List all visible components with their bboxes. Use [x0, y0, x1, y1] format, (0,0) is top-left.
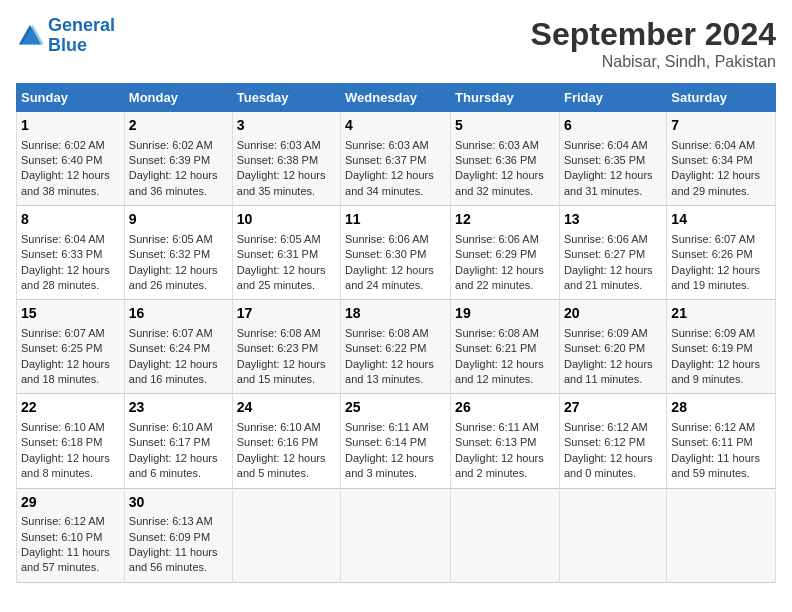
day-cell: 19Sunrise: 6:08 AMSunset: 6:21 PMDayligh…	[451, 300, 560, 394]
day-number: 20	[564, 304, 662, 324]
day-number: 14	[671, 210, 771, 230]
day-cell: 12Sunrise: 6:06 AMSunset: 6:29 PMDayligh…	[451, 206, 560, 300]
week-row-3: 15Sunrise: 6:07 AMSunset: 6:25 PMDayligh…	[17, 300, 776, 394]
day-cell: 1Sunrise: 6:02 AMSunset: 6:40 PMDaylight…	[17, 112, 125, 206]
day-cell	[232, 488, 340, 582]
day-cell: 27Sunrise: 6:12 AMSunset: 6:12 PMDayligh…	[559, 394, 666, 488]
day-number: 22	[21, 398, 120, 418]
day-info: Sunrise: 6:12 AMSunset: 6:12 PMDaylight:…	[564, 421, 653, 479]
calendar-table: SundayMondayTuesdayWednesdayThursdayFrid…	[16, 83, 776, 583]
day-cell: 22Sunrise: 6:10 AMSunset: 6:18 PMDayligh…	[17, 394, 125, 488]
day-info: Sunrise: 6:03 AMSunset: 6:36 PMDaylight:…	[455, 139, 544, 197]
day-cell: 14Sunrise: 6:07 AMSunset: 6:26 PMDayligh…	[667, 206, 776, 300]
day-cell: 3Sunrise: 6:03 AMSunset: 6:38 PMDaylight…	[232, 112, 340, 206]
day-number: 9	[129, 210, 228, 230]
day-info: Sunrise: 6:03 AMSunset: 6:38 PMDaylight:…	[237, 139, 326, 197]
day-cell: 28Sunrise: 6:12 AMSunset: 6:11 PMDayligh…	[667, 394, 776, 488]
day-info: Sunrise: 6:10 AMSunset: 6:16 PMDaylight:…	[237, 421, 326, 479]
day-info: Sunrise: 6:08 AMSunset: 6:21 PMDaylight:…	[455, 327, 544, 385]
day-cell	[559, 488, 666, 582]
day-number: 3	[237, 116, 336, 136]
day-number: 13	[564, 210, 662, 230]
day-number: 29	[21, 493, 120, 513]
week-row-2: 8Sunrise: 6:04 AMSunset: 6:33 PMDaylight…	[17, 206, 776, 300]
day-info: Sunrise: 6:08 AMSunset: 6:23 PMDaylight:…	[237, 327, 326, 385]
day-info: Sunrise: 6:07 AMSunset: 6:25 PMDaylight:…	[21, 327, 110, 385]
day-number: 27	[564, 398, 662, 418]
header-cell-sunday: Sunday	[17, 84, 125, 112]
day-info: Sunrise: 6:11 AMSunset: 6:14 PMDaylight:…	[345, 421, 434, 479]
day-info: Sunrise: 6:02 AMSunset: 6:39 PMDaylight:…	[129, 139, 218, 197]
day-cell: 24Sunrise: 6:10 AMSunset: 6:16 PMDayligh…	[232, 394, 340, 488]
day-cell: 17Sunrise: 6:08 AMSunset: 6:23 PMDayligh…	[232, 300, 340, 394]
day-info: Sunrise: 6:04 AMSunset: 6:33 PMDaylight:…	[21, 233, 110, 291]
day-cell: 11Sunrise: 6:06 AMSunset: 6:30 PMDayligh…	[341, 206, 451, 300]
logo-icon	[16, 22, 44, 50]
header-cell-friday: Friday	[559, 84, 666, 112]
day-info: Sunrise: 6:10 AMSunset: 6:17 PMDaylight:…	[129, 421, 218, 479]
day-number: 1	[21, 116, 120, 136]
day-number: 4	[345, 116, 446, 136]
day-cell: 21Sunrise: 6:09 AMSunset: 6:19 PMDayligh…	[667, 300, 776, 394]
header-cell-tuesday: Tuesday	[232, 84, 340, 112]
day-number: 11	[345, 210, 446, 230]
day-number: 17	[237, 304, 336, 324]
day-cell: 26Sunrise: 6:11 AMSunset: 6:13 PMDayligh…	[451, 394, 560, 488]
day-cell: 25Sunrise: 6:11 AMSunset: 6:14 PMDayligh…	[341, 394, 451, 488]
week-row-1: 1Sunrise: 6:02 AMSunset: 6:40 PMDaylight…	[17, 112, 776, 206]
day-info: Sunrise: 6:05 AMSunset: 6:32 PMDaylight:…	[129, 233, 218, 291]
day-info: Sunrise: 6:04 AMSunset: 6:34 PMDaylight:…	[671, 139, 760, 197]
day-info: Sunrise: 6:11 AMSunset: 6:13 PMDaylight:…	[455, 421, 544, 479]
day-info: Sunrise: 6:03 AMSunset: 6:37 PMDaylight:…	[345, 139, 434, 197]
day-cell: 9Sunrise: 6:05 AMSunset: 6:32 PMDaylight…	[124, 206, 232, 300]
day-info: Sunrise: 6:02 AMSunset: 6:40 PMDaylight:…	[21, 139, 110, 197]
day-cell	[667, 488, 776, 582]
day-number: 10	[237, 210, 336, 230]
page-subtitle: Nabisar, Sindh, Pakistan	[531, 53, 776, 71]
day-cell: 4Sunrise: 6:03 AMSunset: 6:37 PMDaylight…	[341, 112, 451, 206]
title-block: September 2024 Nabisar, Sindh, Pakistan	[531, 16, 776, 71]
day-number: 23	[129, 398, 228, 418]
day-cell: 30Sunrise: 6:13 AMSunset: 6:09 PMDayligh…	[124, 488, 232, 582]
day-number: 12	[455, 210, 555, 230]
header-cell-wednesday: Wednesday	[341, 84, 451, 112]
day-cell: 8Sunrise: 6:04 AMSunset: 6:33 PMDaylight…	[17, 206, 125, 300]
week-row-4: 22Sunrise: 6:10 AMSunset: 6:18 PMDayligh…	[17, 394, 776, 488]
day-number: 19	[455, 304, 555, 324]
day-cell: 16Sunrise: 6:07 AMSunset: 6:24 PMDayligh…	[124, 300, 232, 394]
day-number: 7	[671, 116, 771, 136]
day-info: Sunrise: 6:10 AMSunset: 6:18 PMDaylight:…	[21, 421, 110, 479]
day-number: 2	[129, 116, 228, 136]
day-cell: 29Sunrise: 6:12 AMSunset: 6:10 PMDayligh…	[17, 488, 125, 582]
day-cell	[451, 488, 560, 582]
header-cell-monday: Monday	[124, 84, 232, 112]
day-number: 18	[345, 304, 446, 324]
day-info: Sunrise: 6:09 AMSunset: 6:20 PMDaylight:…	[564, 327, 653, 385]
day-info: Sunrise: 6:08 AMSunset: 6:22 PMDaylight:…	[345, 327, 434, 385]
day-number: 30	[129, 493, 228, 513]
day-cell: 23Sunrise: 6:10 AMSunset: 6:17 PMDayligh…	[124, 394, 232, 488]
logo: General Blue	[16, 16, 115, 56]
day-info: Sunrise: 6:05 AMSunset: 6:31 PMDaylight:…	[237, 233, 326, 291]
day-number: 8	[21, 210, 120, 230]
day-cell: 13Sunrise: 6:06 AMSunset: 6:27 PMDayligh…	[559, 206, 666, 300]
day-number: 24	[237, 398, 336, 418]
day-cell: 15Sunrise: 6:07 AMSunset: 6:25 PMDayligh…	[17, 300, 125, 394]
day-cell: 6Sunrise: 6:04 AMSunset: 6:35 PMDaylight…	[559, 112, 666, 206]
day-number: 5	[455, 116, 555, 136]
day-info: Sunrise: 6:13 AMSunset: 6:09 PMDaylight:…	[129, 515, 218, 573]
day-cell: 18Sunrise: 6:08 AMSunset: 6:22 PMDayligh…	[341, 300, 451, 394]
page-header: General Blue September 2024 Nabisar, Sin…	[16, 16, 776, 71]
day-number: 28	[671, 398, 771, 418]
day-number: 16	[129, 304, 228, 324]
page-title: September 2024	[531, 16, 776, 53]
day-number: 6	[564, 116, 662, 136]
header-row: SundayMondayTuesdayWednesdayThursdayFrid…	[17, 84, 776, 112]
day-number: 26	[455, 398, 555, 418]
day-info: Sunrise: 6:09 AMSunset: 6:19 PMDaylight:…	[671, 327, 760, 385]
day-info: Sunrise: 6:04 AMSunset: 6:35 PMDaylight:…	[564, 139, 653, 197]
day-cell	[341, 488, 451, 582]
day-cell: 20Sunrise: 6:09 AMSunset: 6:20 PMDayligh…	[559, 300, 666, 394]
day-info: Sunrise: 6:06 AMSunset: 6:27 PMDaylight:…	[564, 233, 653, 291]
day-number: 21	[671, 304, 771, 324]
